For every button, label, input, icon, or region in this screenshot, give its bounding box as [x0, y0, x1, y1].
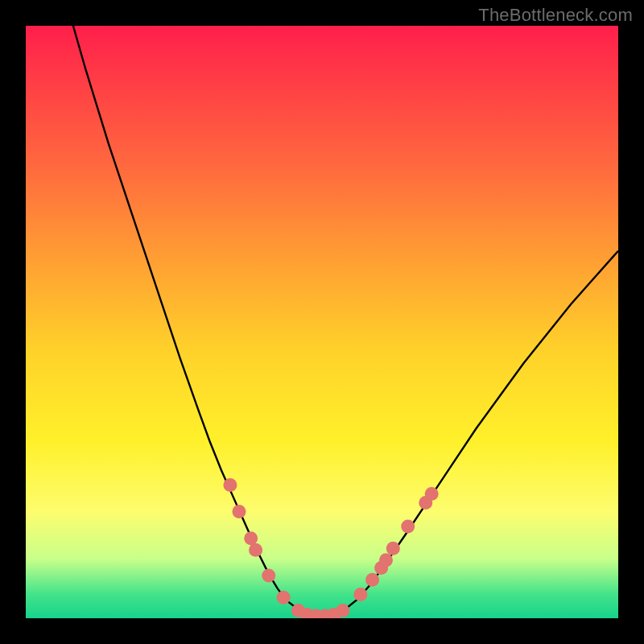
curve-markers	[223, 478, 438, 618]
curve-marker	[353, 588, 367, 601]
curve-marker	[379, 553, 393, 567]
curve-marker	[336, 604, 349, 617]
curve-marker	[386, 542, 400, 555]
curve-marker	[425, 487, 439, 501]
plot-area	[26, 26, 618, 618]
curve-marker	[244, 531, 258, 545]
outer-frame: TheBottleneck.com	[0, 0, 644, 644]
bottleneck-chart	[26, 26, 618, 618]
watermark-text: TheBottleneck.com	[478, 5, 633, 26]
curve-marker	[249, 543, 262, 557]
curve-marker	[223, 478, 237, 492]
curve-marker	[277, 591, 291, 605]
curve-marker	[232, 505, 246, 518]
curve-marker	[365, 573, 379, 587]
bottleneck-curve	[73, 26, 618, 617]
curve-marker	[262, 569, 275, 583]
curve-marker	[401, 519, 415, 533]
